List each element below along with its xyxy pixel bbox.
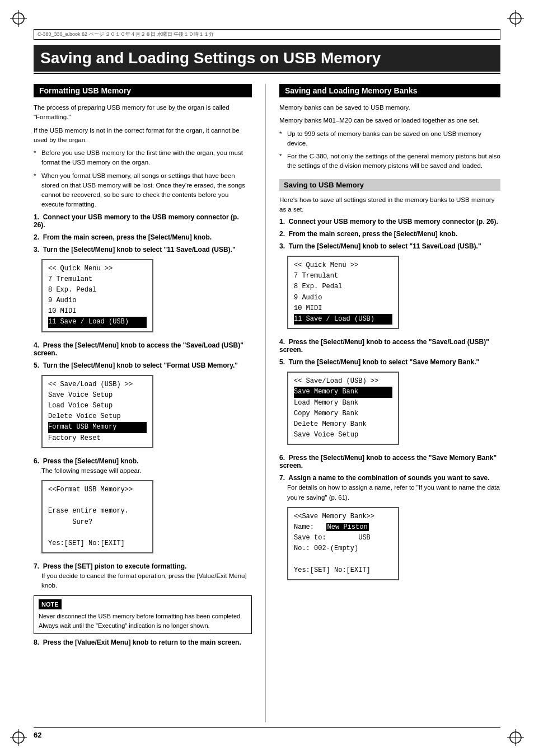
left-intro1: The process of preparing USB memory for …: [34, 103, 252, 123]
right-bullet2: For the C-380, not only the settings of …: [279, 152, 500, 171]
left-section-header: Formatting USB Memory: [34, 84, 252, 97]
right-step-1-label: 1. Connect your USB memory to the USB me…: [279, 218, 500, 226]
right-sub-intro: Here's how to save all settings stored i…: [279, 195, 500, 215]
left-step-2-label: 2. From the main screen, press the [Sele…: [34, 233, 252, 241]
left-step-7-label: 7. Press the [SET] piston to execute for…: [34, 562, 252, 570]
header-meta: C-380_330_e.book 62 ページ ２０１０年４月２８日 水曜日 午…: [34, 29, 500, 40]
corner-mark-bl: [10, 729, 27, 746]
left-step-4: 4. Press the [Select/Menu] knob to acces…: [34, 341, 252, 357]
left-step-6-body: The following message will appear.: [41, 466, 252, 476]
left-column: Formatting USB Memory The process of pre…: [34, 84, 252, 722]
right-step-7: 7. Assign a name to the combination of s…: [279, 474, 500, 585]
left-step-3: 3. Turn the [Select/Menu] knob to select…: [34, 246, 252, 337]
right-step-6-label: 6. Press the [Select/Menu] knob to acces…: [279, 454, 500, 469]
left-step-4-label: 4. Press the [Select/Menu] knob to acces…: [34, 341, 252, 357]
right-step-5: 5. Turn the [Select/Menu] knob to select…: [279, 358, 500, 449]
left-bullet1: Before you use USB memory for the first …: [34, 148, 252, 168]
right-screen-2: << Save/Load (USB) >> Save Memory Bank L…: [287, 372, 399, 445]
right-subsection-header: Saving to USB Memory: [279, 179, 500, 191]
left-bullet2: When you format USB memory, all songs or…: [34, 171, 252, 210]
right-bullet1: Up to 999 sets of memory banks can be sa…: [279, 129, 500, 149]
page-title-block: Saving and Loading Settings on USB Memor…: [34, 45, 500, 74]
corner-mark-tl: [10, 10, 27, 27]
right-intro2: Memory banks M01–M20 can be saved or loa…: [279, 116, 500, 125]
right-step-3-label: 3. Turn the [Select/Menu] knob to select…: [279, 242, 500, 250]
right-step-1: 1. Connect your USB memory to the USB me…: [279, 218, 500, 226]
note-box: NOTE Never disconnect the USB memory bef…: [34, 595, 252, 635]
left-step-2: 2. From the main screen, press the [Sele…: [34, 233, 252, 241]
title-underline: [34, 73, 500, 74]
right-step-7-body: For details on how to assign a name, ref…: [287, 483, 500, 503]
right-step-5-label: 5. Turn the [Select/Menu] knob to select…: [279, 358, 500, 366]
left-screen-3: <<Format USB Memory>> Erase entire memor…: [41, 480, 153, 553]
left-step-8-label: 8. Press the [Value/Exit Menu] knob to r…: [34, 638, 252, 646]
note-label: NOTE: [39, 599, 62, 610]
left-step-8: 8. Press the [Value/Exit Menu] knob to r…: [34, 638, 252, 646]
left-step-3-label: 3. Turn the [Select/Menu] knob to select…: [34, 246, 252, 253]
left-step-1: 1. Connect your USB memory to the USB me…: [34, 213, 252, 229]
left-step-5-label: 5. Turn the [Select/Menu] knob to select…: [34, 361, 252, 369]
right-step-4-label: 4. Press the [Select/Menu] knob to acces…: [279, 338, 500, 354]
content-area: Formatting USB Memory The process of pre…: [34, 84, 500, 722]
page-number: 62: [34, 731, 41, 739]
right-intro1: Memory banks can be saved to USB memory.: [279, 103, 500, 112]
left-step-5: 5. Turn the [Select/Menu] knob to select…: [34, 361, 252, 453]
right-step-2-label: 2. From the main screen, press the [Sele…: [279, 230, 500, 238]
left-step-7: 7. Press the [SET] piston to execute for…: [34, 562, 252, 591]
right-step-7-label: 7. Assign a name to the combination of s…: [279, 474, 500, 482]
right-step-3: 3. Turn the [Select/Menu] knob to select…: [279, 242, 500, 334]
center-divider: [265, 84, 266, 722]
right-section-header: Saving and Loading Memory Banks: [279, 84, 500, 97]
right-step-4: 4. Press the [Select/Menu] knob to acces…: [279, 338, 500, 354]
right-screen-1: << Quick Menu >> 7 Tremulant 8 Exp. Peda…: [287, 256, 399, 329]
right-step-2: 2. From the main screen, press the [Sele…: [279, 230, 500, 238]
left-step-1-label: 1. Connect your USB memory to the USB me…: [34, 213, 252, 229]
left-intro2: If the USB memory is not in the correct …: [34, 126, 252, 145]
right-screen-3: <<Save Memory Bank>> Name: New Piston Sa…: [287, 507, 399, 580]
bottom-divider: [34, 727, 500, 728]
page-title: Saving and Loading Settings on USB Memor…: [34, 45, 500, 72]
left-screen-2: << Save/Load (USB) >> Save Voice Setup L…: [41, 375, 153, 448]
left-step-7-body: If you decide to cancel the format opera…: [41, 571, 252, 591]
note-text: Never disconnect the USB memory before f…: [39, 612, 247, 630]
left-screen-1: << Quick Menu >> 7 Tremulant 8 Exp. Peda…: [41, 259, 153, 332]
corner-mark-tr: [507, 10, 524, 27]
left-step-6: 6. Press the [Select/Menu] knob. The fol…: [34, 457, 252, 558]
right-step-6: 6. Press the [Select/Menu] knob to acces…: [279, 454, 500, 469]
left-step-6-label: 6. Press the [Select/Menu] knob.: [34, 457, 252, 465]
corner-mark-br: [507, 729, 524, 746]
right-column: Saving and Loading Memory Banks Memory b…: [279, 84, 500, 722]
